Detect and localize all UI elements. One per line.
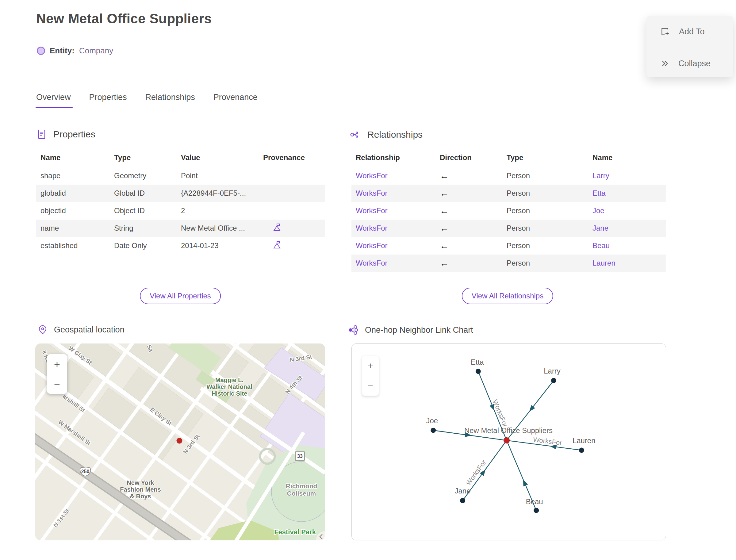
node-jane[interactable] [460,498,465,503]
prop-type: Object ID [111,202,178,220]
map-zoom-in-button[interactable]: + [47,354,67,374]
direction-arrow: ← [440,188,449,198]
prop-value: New Metal Office ... [178,220,260,237]
table-row: shape Geometry Point [36,167,325,185]
direction-arrow: ← [440,240,449,251]
relationship-link[interactable]: WorksFor [356,259,388,267]
link-chart[interactable]: WorksFor WorksFor WorksFor Etta Larry Jo… [351,343,666,540]
view-all-properties-button[interactable]: View All Properties [140,288,221,304]
fashion-store-label: New York [127,479,154,486]
geospatial-section-title: Geospatial location [54,325,125,335]
provenance-flag-icon[interactable] [272,240,282,250]
tab-provenance[interactable]: Provenance [213,93,258,108]
relationship-link[interactable]: WorksFor [356,189,388,197]
prop-value: Point [178,167,260,185]
add-to-button[interactable]: Add To [660,25,705,38]
col-direction: Direction [437,151,504,167]
related-entity-link[interactable]: Jane [592,224,608,232]
collapse-label: Collapse [678,59,711,68]
related-entity-link[interactable]: Etta [592,189,606,197]
map-zoom-out-button[interactable]: − [47,374,67,394]
tab-bar: Overview Properties Relationships Proven… [36,93,258,108]
linkchart-section-title: One-hop Neighbor Link Chart [365,325,473,335]
table-row: objectid Object ID 2 [36,202,325,220]
fashion-store-label: & Boys [130,493,151,500]
related-entity-link[interactable]: Lauren [592,259,615,267]
table-row: WorksFor ← Person Jane [351,220,666,237]
relationship-link[interactable]: WorksFor [356,171,388,180]
related-type: Person [504,237,589,255]
historic-site-label: Walker National [206,383,252,390]
tab-relationships[interactable]: Relationships [145,93,195,108]
prop-type: Geometry [111,167,178,185]
prop-provenance [260,185,325,202]
historic-site-label: Historic Site [212,390,247,397]
node-label-lauren: Lauren [573,436,595,445]
prop-type: Date Only [111,237,178,255]
actions-panel: Add To Collapse [646,16,733,77]
direction-arrow: ← [440,205,449,216]
table-row: WorksFor ← Person Joe [351,202,666,220]
prop-name: objectid [36,202,111,220]
entity-location-marker[interactable] [177,438,182,443]
relationship-link[interactable]: WorksFor [356,206,388,215]
node-lauren[interactable] [579,447,584,453]
node-larry[interactable] [551,378,556,383]
coliseum-label: Coliseum [287,490,316,497]
node-label-beau: Beau [526,497,543,506]
entity-row: Entity: Company [37,46,113,56]
node-label-center: New Metal Office Suppliers [464,426,553,435]
link-chart-icon [348,324,359,336]
chart-zoom-out-button[interactable]: − [362,376,379,396]
col-name: Name [589,151,666,167]
related-entity-link[interactable]: Larry [592,171,609,180]
related-entity-link[interactable]: Joe [592,206,604,215]
properties-section-title: Properties [53,129,95,140]
node-label-etta: Etta [471,358,484,366]
relationship-link[interactable]: WorksFor [356,224,388,232]
festival-park-label: Festival Park [274,528,316,536]
chevrons-right-icon [660,59,670,68]
page-title: New Metal Office Suppliers [36,11,212,26]
collapse-button[interactable]: Collapse [660,57,711,70]
node-joe[interactable] [431,428,436,433]
prop-name: name [36,220,111,237]
node-label-larry: Larry [544,367,561,375]
col-value: Value [178,151,260,167]
related-entity-link[interactable]: Beau [592,241,610,250]
node-label-jane: Jane [455,487,471,495]
table-row: established Date Only 2014-01-23 [36,237,325,255]
coliseum-label: Richmond [286,482,317,489]
node-center-entity[interactable] [504,438,510,443]
historic-site-label: Maggie L. [215,377,243,383]
node-beau[interactable] [534,508,539,513]
table-row: WorksFor ← Person Beau [351,237,666,255]
relationship-link[interactable]: WorksFor [356,241,388,250]
related-type: Person [504,220,589,237]
tab-properties[interactable]: Properties [89,93,127,108]
prop-value: 2 [178,202,260,220]
table-row: WorksFor ← Person Lauren [351,255,666,272]
tab-overview[interactable]: Overview [36,93,71,108]
chart-node-labels: Etta Larry Joe New Metal Office Supplier… [426,358,596,506]
view-all-relationships-button[interactable]: View All Relationships [462,288,553,304]
relationships-table-header: Relationship Direction Type Name [351,151,666,167]
prop-value: {A228944F-0EF5-... [178,185,260,202]
linkchart-section-header: One-hop Neighbor Link Chart [348,324,473,336]
chart-zoom-in-button[interactable]: + [362,356,379,376]
prop-provenance [260,202,325,220]
shield-250-label: 250 [81,469,90,474]
edge-label-worksfor: WorksFor [533,435,562,447]
direction-arrow: ← [440,171,449,181]
geospatial-section-header: Geospatial location [37,324,125,335]
col-relationship: Relationship [351,151,437,167]
col-provenance: Provenance [260,151,325,167]
provenance-flag-icon[interactable] [272,222,282,232]
relationships-table: Relationship Direction Type Name WorksFo… [351,151,666,272]
map-pin-icon [37,324,48,335]
prop-name: established [36,237,111,255]
prop-type: Global ID [111,185,178,202]
map[interactable]: 250 33 k Rd W Clay St Sa arshall St W Ma… [35,343,325,540]
route-shield-33: 33 [295,452,305,460]
node-etta[interactable] [476,369,481,374]
